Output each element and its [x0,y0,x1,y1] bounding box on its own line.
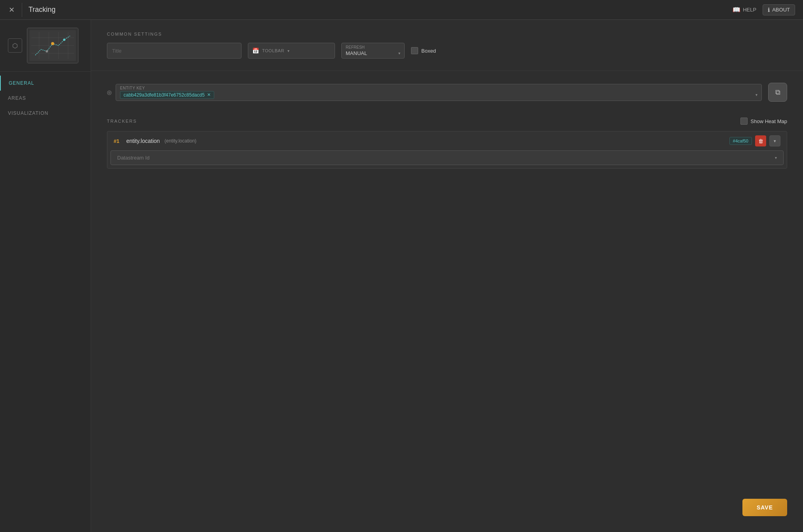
tracker-name: entity.location [126,138,160,144]
widget-svg [27,28,78,63]
tracker-item-header: #1 entity.location (entity.location) #4c… [107,131,787,150]
tracker-actions: #4caf50 🗑 ▾ [729,135,780,146]
entity-key-label: Entity Key [120,86,757,90]
page-title: Tracking [29,6,733,14]
title-input[interactable] [107,43,242,59]
heat-map-label: Show Heat Map [751,118,788,124]
cpu-icon: ⬡ [12,42,18,49]
refresh-arrow-icon: ▾ [398,51,400,55]
boxed-group: Boxed [411,47,436,54]
entity-key-tag: cabb429a3dfe81b3f47e6752c85dacd5 ✕ [120,91,214,99]
help-icon: 📖 [733,6,740,13]
help-button[interactable]: 📖 HELP [733,6,756,13]
divider [91,70,803,71]
trackers-header: TRACKERS Show Heat Map [107,118,787,125]
refresh-label: Refresh [346,45,400,49]
sidebar: ⬡ [0,20,91,532]
trackers-title: TRACKERS [107,119,137,124]
tracker-item: #1 entity.location (entity.location) #4c… [107,131,787,169]
datastream-arrow-icon: ▾ [775,156,777,160]
chevron-down-icon: ▾ [774,139,776,144]
widget-preview: ⬡ [0,20,91,72]
about-button[interactable]: ℹ ABOUT [763,4,795,15]
header: ✕ Tracking 📖 HELP ℹ ABOUT [0,0,803,20]
calendar-icon: 📅 [252,48,259,54]
header-actions: 📖 HELP ℹ ABOUT [733,4,795,15]
datastream-select[interactable]: Datastream Id ▾ [110,150,784,165]
trash-icon: 🗑 [758,138,763,144]
main-content: COMMON SETTINGS 📅 Toolbar ▾ Refresh MANU… [91,20,803,532]
refresh-value: MANUAL [346,50,367,56]
tracker-color-badge[interactable]: #4caf50 [729,137,752,145]
entity-copy-button[interactable]: ⧉ [768,83,787,102]
heat-map-checkbox[interactable] [740,118,748,125]
boxed-checkbox[interactable] [411,47,418,54]
svg-point-11 [46,50,48,53]
refresh-value-row: MANUAL ▾ [346,50,400,56]
toolbar-select[interactable]: 📅 Toolbar ▾ [248,43,335,59]
sidebar-item-visualization[interactable]: VISUALIZATION [0,106,91,121]
svg-point-10 [63,38,65,41]
entity-key-icon: ◎ [107,89,112,95]
entity-key-row: ◎ Entity Key cabb429a3dfe81b3f47e6752c85… [107,83,787,102]
widget-preview-image [27,28,78,63]
common-settings-title: COMMON SETTINGS [107,32,787,36]
tracker-type: (entity.location) [165,138,196,144]
close-icon: ✕ [9,6,15,14]
entity-key-value-row: cabb429a3dfe81b3f47e6752c85dacd5 ✕ ▾ [120,91,757,99]
main-layout: ⬡ [0,20,803,532]
entity-key-arrow-icon: ▾ [755,93,757,97]
svg-point-9 [51,42,54,45]
toolbar-arrow-icon: ▾ [287,49,289,53]
widget-small-icon: ⬡ [8,38,22,53]
tracker-expand-button[interactable]: ▾ [769,135,780,146]
copy-icon: ⧉ [775,88,780,97]
sidebar-item-general[interactable]: GENERAL [0,76,91,91]
entity-key-input[interactable]: Entity Key cabb429a3dfe81b3f47e6752c85da… [116,84,762,101]
entity-key-field: ◎ Entity Key cabb429a3dfe81b3f47e6752c85… [107,84,762,101]
about-icon: ℹ [768,7,770,13]
tracker-num: #1 [114,138,122,144]
datastream-label: Datastream Id [117,155,150,161]
sidebar-item-areas[interactable]: AREAS [0,91,91,106]
entity-key-remove-icon[interactable]: ✕ [207,92,211,97]
about-label: ABOUT [772,7,790,13]
close-button[interactable]: ✕ [8,3,22,17]
refresh-select[interactable]: Refresh MANUAL ▾ [341,43,405,59]
tracker-delete-button[interactable]: 🗑 [755,135,766,146]
heat-map-toggle: Show Heat Map [740,118,788,125]
entity-key-value: cabb429a3dfe81b3f47e6752c85dacd5 [124,92,205,98]
nav-items: GENERAL AREAS VISUALIZATION [0,72,91,125]
save-button[interactable]: SAVE [742,499,787,516]
help-label: HELP [743,7,756,13]
boxed-label: Boxed [421,48,436,54]
toolbar-label: Toolbar [262,48,284,53]
common-settings-row: 📅 Toolbar ▾ Refresh MANUAL ▾ Boxed [107,43,787,59]
